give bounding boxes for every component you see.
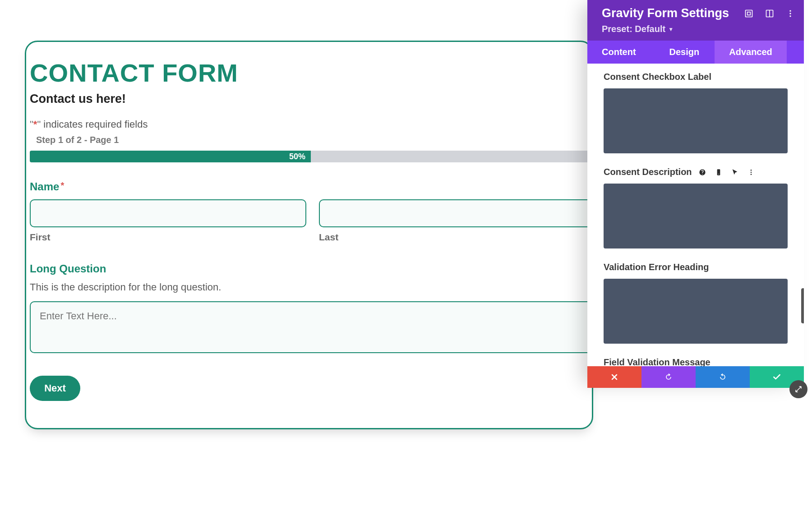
consent-description-heading: Consent Description	[604, 167, 788, 177]
panel-footer	[587, 366, 804, 388]
settings-panel: Gravity Form Settings Preset: Default▼ C…	[587, 0, 804, 388]
first-name-input[interactable]	[30, 199, 306, 227]
svg-point-8	[718, 174, 719, 174]
more-icon[interactable]	[786, 9, 795, 18]
validation-error-heading-heading: Validation Error Heading	[604, 262, 788, 272]
more-vertical-icon[interactable]	[747, 168, 755, 176]
tab-content[interactable]: Content	[587, 41, 654, 64]
progress-bar: 50%	[30, 151, 592, 162]
form-card: CONTACT FORM Contact us here! "*" indica…	[25, 41, 593, 429]
scrollbar-thumb[interactable]	[801, 288, 804, 323]
redo-button[interactable]	[696, 366, 750, 388]
help-icon[interactable]	[698, 168, 706, 176]
progress-percent: 50%	[289, 151, 305, 162]
panel-header: Gravity Form Settings Preset: Default▼	[587, 0, 804, 41]
field-validation-message-heading: Field Validation Message	[604, 357, 788, 366]
expand-fab[interactable]	[789, 380, 807, 398]
long-question-input[interactable]	[30, 301, 592, 353]
panel-tabs: Content Design Advanced	[587, 41, 804, 64]
svg-rect-0	[746, 10, 752, 17]
consent-checkbox-label-heading: Consent Checkbox Label	[604, 72, 788, 82]
svg-point-4	[789, 10, 791, 11]
undo-button[interactable]	[641, 366, 696, 388]
svg-point-5	[789, 13, 791, 14]
svg-point-11	[750, 174, 752, 175]
tab-advanced[interactable]: Advanced	[715, 41, 787, 64]
tab-design[interactable]: Design	[654, 41, 715, 64]
panel-title: Gravity Form Settings	[602, 6, 729, 20]
preset-dropdown[interactable]: Preset: Default▼	[602, 24, 795, 34]
consent-checkbox-label-input[interactable]	[604, 88, 788, 153]
svg-point-9	[750, 170, 752, 171]
cancel-button[interactable]	[587, 366, 641, 388]
form-title: CONTACT FORM	[30, 58, 592, 87]
next-button[interactable]: Next	[30, 376, 80, 401]
fullscreen-icon[interactable]	[744, 9, 753, 18]
required-fields-note: "*" indicates required fields	[30, 119, 592, 130]
form-subtitle: Contact us here!	[30, 92, 592, 106]
svg-point-10	[750, 171, 752, 173]
long-question-description: This is the description for the long que…	[30, 281, 592, 293]
validation-error-heading-input[interactable]	[604, 279, 788, 344]
long-question-label: Long Question	[30, 262, 592, 275]
svg-point-6	[789, 15, 791, 17]
last-name-input[interactable]	[319, 199, 592, 227]
panel-body: Consent Checkbox Label Consent Descripti…	[587, 64, 804, 366]
name-field-label: Name*	[30, 180, 592, 193]
first-name-sublabel: First	[30, 232, 306, 243]
phone-icon[interactable]	[715, 168, 723, 176]
step-indicator: Step 1 of 2 - Page 1	[36, 135, 592, 145]
columns-icon[interactable]	[765, 9, 774, 18]
cursor-icon[interactable]	[731, 168, 739, 176]
last-name-sublabel: Last	[319, 232, 592, 243]
svg-rect-1	[747, 12, 751, 15]
consent-description-input[interactable]	[604, 184, 788, 248]
chevron-down-icon: ▼	[668, 26, 674, 32]
